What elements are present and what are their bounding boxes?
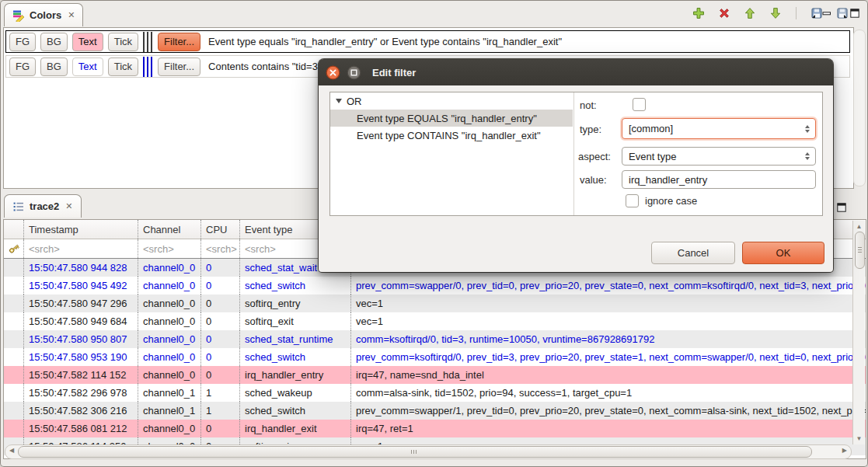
close-icon[interactable]: ✕ xyxy=(65,201,72,211)
event-cell: irq_handler_exit xyxy=(240,420,351,437)
move-down-button[interactable] xyxy=(767,5,784,22)
event-cell: prev_comm=swapper/0, prev_tid=0, prev_pr… xyxy=(351,277,866,294)
bg-button[interactable]: BG xyxy=(40,58,68,76)
filter-root-label: OR xyxy=(347,96,362,107)
value-input[interactable]: irq_handler_entry xyxy=(622,170,816,189)
dialog-titlebar[interactable]: Edit filter xyxy=(319,59,833,85)
minimize-icon xyxy=(821,7,833,19)
tick-preview xyxy=(143,32,153,52)
scroll-up-icon[interactable]: ▲ xyxy=(853,223,865,230)
event-row[interactable]: 15:50:47.582 114 152channel0_00irq_handl… xyxy=(4,366,866,384)
filter-tree-item[interactable]: Event type CONTAINS "irq_handler_exit" xyxy=(330,127,573,144)
event-cell xyxy=(4,420,24,437)
tick-button[interactable]: Tick xyxy=(108,33,138,51)
event-cell: channel0_1 xyxy=(138,384,201,402)
header-cell-timestamp[interactable]: Timestamp xyxy=(24,220,138,239)
view-window-controls xyxy=(818,5,863,22)
fg-button[interactable]: FG xyxy=(9,58,36,76)
event-row[interactable]: 15:50:47.580 949 684channel0_00softirq_e… xyxy=(4,312,866,330)
event-cell: irq=47, ret=1 xyxy=(351,420,866,437)
filter-tree-item[interactable]: Event type EQUALS "irq_handler_entry" xyxy=(330,110,573,127)
filter-tree-root[interactable]: OR xyxy=(330,92,573,110)
spinner-arrows-icon[interactable] xyxy=(805,125,810,133)
scroll-left-icon[interactable]: ◀ xyxy=(9,447,14,454)
event-cell xyxy=(4,259,24,277)
event-cell: channel0_0 xyxy=(138,294,201,312)
search-input-timestamp[interactable]: <srch> xyxy=(24,239,138,258)
minimize-view-button[interactable] xyxy=(818,5,835,22)
horizontal-scrollbar[interactable]: ◀ ▶ xyxy=(5,444,852,459)
event-cell: vec=1 xyxy=(351,294,866,312)
thumb-grip xyxy=(858,247,862,253)
tab-colors[interactable]: Colors ✕ xyxy=(4,3,83,26)
delete-x-icon xyxy=(718,7,730,19)
event-cell: sched_stat_runtime xyxy=(240,330,351,348)
colors-scrollbar[interactable] xyxy=(853,30,866,186)
event-row[interactable]: 15:50:47.586 081 212channel0_00irq_handl… xyxy=(4,420,866,437)
event-row[interactable]: 15:50:47.580 947 296channel0_00softirq_e… xyxy=(4,294,866,312)
scroll-down-icon[interactable]: ▼ xyxy=(853,435,865,442)
event-row[interactable]: 15:50:47.580 945 492channel0_00sched_swi… xyxy=(4,277,866,294)
horizontal-scrollbar-thumb[interactable] xyxy=(18,446,812,458)
header-cell-cpu[interactable]: CPU xyxy=(201,220,240,239)
add-color-button[interactable] xyxy=(690,5,707,22)
search-input-cpu[interactable]: <srch> xyxy=(201,239,240,258)
type-combo[interactable]: [common] xyxy=(622,118,816,139)
dialog-maximize-button[interactable] xyxy=(347,65,361,80)
event-row[interactable]: 15:50:47.582 296 978channel0_11sched_wak… xyxy=(4,384,866,402)
bg-button[interactable]: BG xyxy=(40,33,68,51)
filter-button[interactable]: Filter... xyxy=(158,33,200,51)
move-up-button[interactable] xyxy=(741,5,758,22)
ok-button[interactable]: OK xyxy=(742,242,824,264)
maximize-view-button[interactable] xyxy=(846,5,863,22)
event-cell: 15:50:47.580 947 296 xyxy=(24,294,138,312)
ignore-case-label: ignore case xyxy=(645,195,697,207)
tick-button[interactable]: Tick xyxy=(108,58,138,76)
maximize-events-button[interactable] xyxy=(833,199,850,216)
event-cell: 15:50:47.580 953 190 xyxy=(24,348,138,366)
ignore-case-checkbox[interactable] xyxy=(626,194,639,207)
search-input-channel[interactable]: <srch> xyxy=(138,239,201,258)
maximize-circle-icon xyxy=(347,65,361,80)
ignore-case-row[interactable]: ignore case xyxy=(626,194,697,207)
colors-view-icon xyxy=(12,9,25,22)
event-row[interactable]: 15:50:47.580 953 190channel0_00sched_swi… xyxy=(4,348,866,366)
header-cell-marker[interactable] xyxy=(4,220,24,239)
close-circle-icon xyxy=(326,65,340,80)
text-preview-button[interactable]: Text xyxy=(72,33,103,51)
event-cell: sched_switch xyxy=(240,277,351,294)
header-cell-channel[interactable]: Channel xyxy=(138,220,201,239)
spinner-arrows-icon[interactable] xyxy=(805,152,810,160)
tab-trace2[interactable]: trace2 ✕ xyxy=(4,194,82,218)
event-row[interactable]: 15:50:47.580 950 807channel0_00sched_sta… xyxy=(4,330,866,348)
event-cell: 0 xyxy=(201,420,240,437)
delete-color-button[interactable] xyxy=(716,5,733,22)
event-cell: channel0_0 xyxy=(138,348,201,366)
event-cell: prev_comm=swapper/1, prev_tid=0, prev_pr… xyxy=(351,402,866,420)
dialog-close-button[interactable] xyxy=(326,65,340,80)
filter-button[interactable]: Filter... xyxy=(158,58,200,76)
event-cell: sched_wakeup xyxy=(240,384,351,402)
event-cell: channel0_0 xyxy=(138,259,201,277)
aspect-combo[interactable]: Event type xyxy=(622,147,816,166)
event-cell xyxy=(4,330,24,348)
fg-button[interactable]: FG xyxy=(9,33,36,51)
event-table-body: 15:50:47.580 944 828channel0_00sched_sta… xyxy=(4,259,866,455)
type-label: type: xyxy=(580,124,601,135)
close-icon[interactable]: ✕ xyxy=(68,10,75,20)
expander-icon[interactable] xyxy=(336,99,342,103)
color-setting-row[interactable]: FG BG Text Tick Filter... Event type equ… xyxy=(5,30,850,53)
not-label: not: xyxy=(580,99,597,111)
text-preview-button[interactable]: Text xyxy=(72,58,103,76)
not-checkbox[interactable] xyxy=(633,98,646,111)
scroll-right-icon[interactable]: ▶ xyxy=(842,447,847,454)
event-row[interactable]: 15:50:47.582 306 216channel0_11sched_swi… xyxy=(4,402,866,420)
vertical-scrollbar[interactable]: ▲ ▼ xyxy=(852,221,865,444)
event-cell: 0 xyxy=(201,366,240,384)
event-list-icon xyxy=(12,200,25,213)
vertical-scrollbar-thumb[interactable] xyxy=(855,232,865,269)
type-combo-value: [common] xyxy=(629,123,673,134)
event-cell: 15:50:47.580 949 684 xyxy=(24,312,138,330)
cancel-button[interactable]: Cancel xyxy=(651,242,735,264)
event-cell: irq=47, name=snd_hda_intel xyxy=(351,366,866,384)
